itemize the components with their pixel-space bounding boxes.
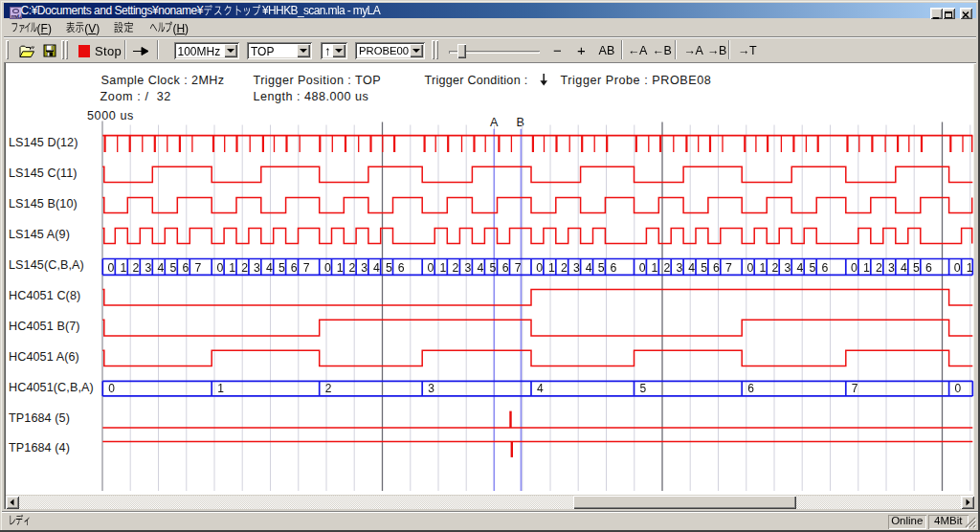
svg-text:6: 6 — [398, 261, 405, 275]
svg-text:3: 3 — [888, 261, 895, 275]
svg-text:2: 2 — [133, 261, 140, 275]
svg-text:4: 4 — [266, 261, 273, 275]
svg-text:2: 2 — [664, 261, 671, 275]
svg-text:1: 1 — [759, 261, 766, 275]
svg-text:2: 2 — [241, 261, 248, 275]
svg-text:5: 5 — [490, 261, 497, 275]
svg-text:6: 6 — [747, 382, 754, 395]
svg-text:1: 1 — [121, 261, 127, 275]
svg-text:0: 0 — [324, 261, 331, 275]
svg-text:2: 2 — [325, 382, 332, 395]
svg-text:2: 2 — [771, 261, 778, 275]
svg-text:6: 6 — [183, 261, 189, 275]
svg-text:1: 1 — [548, 261, 555, 275]
svg-text:7: 7 — [725, 261, 732, 275]
svg-text:5: 5 — [809, 261, 815, 275]
svg-text:5: 5 — [170, 261, 177, 275]
svg-text:0: 0 — [108, 261, 115, 275]
svg-text:0: 0 — [955, 382, 962, 395]
svg-text:4: 4 — [478, 261, 484, 275]
svg-text:7: 7 — [303, 261, 310, 275]
svg-text:4: 4 — [537, 382, 544, 395]
svg-text:5: 5 — [640, 382, 647, 395]
svg-text:6: 6 — [821, 261, 828, 275]
svg-text:2: 2 — [561, 261, 568, 275]
svg-text:4: 4 — [373, 261, 380, 275]
svg-text:2: 2 — [876, 261, 882, 275]
svg-text:5: 5 — [913, 261, 920, 275]
svg-text:2: 2 — [453, 261, 459, 275]
svg-text:1: 1 — [863, 261, 870, 275]
svg-text:4: 4 — [688, 261, 695, 275]
svg-text:3: 3 — [428, 382, 434, 395]
svg-text:1: 1 — [652, 261, 658, 275]
svg-text:6: 6 — [713, 261, 720, 275]
svg-text:3: 3 — [676, 261, 682, 275]
svg-text:5: 5 — [386, 261, 392, 275]
svg-text:4: 4 — [586, 261, 592, 275]
svg-text:3: 3 — [573, 261, 580, 275]
svg-text:0: 0 — [108, 382, 115, 395]
svg-text:3: 3 — [145, 261, 152, 275]
svg-text:3: 3 — [254, 261, 260, 275]
svg-text:0: 0 — [639, 261, 646, 275]
svg-text:0: 0 — [216, 261, 223, 275]
svg-text:0: 0 — [536, 261, 543, 275]
svg-text:7: 7 — [195, 261, 202, 275]
svg-text:7: 7 — [515, 261, 522, 275]
svg-text:0: 0 — [954, 261, 961, 275]
svg-text:6: 6 — [291, 261, 298, 275]
svg-text:3: 3 — [361, 261, 368, 275]
svg-text:5: 5 — [278, 261, 285, 275]
svg-text:6: 6 — [925, 261, 932, 275]
svg-text:0: 0 — [851, 261, 858, 275]
svg-text:0: 0 — [746, 261, 753, 275]
svg-text:4: 4 — [796, 261, 803, 275]
svg-text:4: 4 — [158, 261, 165, 275]
svg-text:1: 1 — [337, 261, 344, 275]
svg-text:2: 2 — [349, 261, 356, 275]
svg-text:5: 5 — [598, 261, 605, 275]
svg-text:1: 1 — [217, 382, 224, 395]
svg-text:0: 0 — [427, 261, 434, 275]
svg-text:1: 1 — [439, 261, 446, 275]
svg-text:3: 3 — [784, 261, 791, 275]
svg-text:3: 3 — [465, 261, 472, 275]
svg-text:6: 6 — [502, 261, 509, 275]
svg-text:7: 7 — [852, 382, 858, 395]
svg-text:6: 6 — [611, 261, 617, 275]
svg-text:1: 1 — [967, 261, 973, 275]
svg-text:4: 4 — [901, 261, 907, 275]
svg-text:5: 5 — [701, 261, 707, 275]
svg-text:1: 1 — [229, 261, 235, 275]
